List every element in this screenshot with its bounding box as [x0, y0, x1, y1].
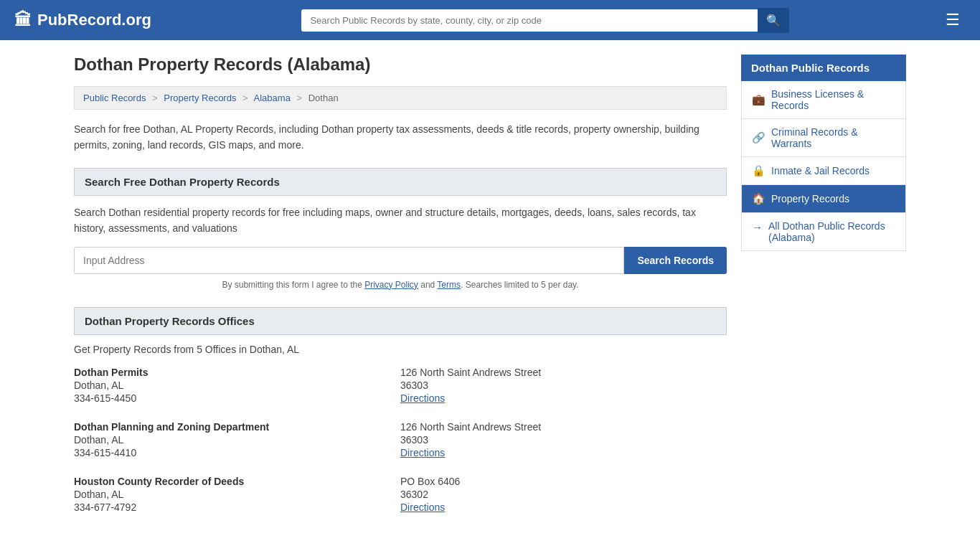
breadcrumb-current: Dothan [308, 93, 339, 103]
sidebar-item-property-records[interactable]: 🏠 Property Records [741, 185, 906, 213]
sidebar-all-records[interactable]: → All Dothan Public Records (Alabama) [741, 213, 906, 251]
content-area: Dothan Property Records (Alabama) Public… [74, 55, 727, 530]
menu-button[interactable]: ☰ [940, 8, 966, 32]
sidebar-item-label: Business Licenses & Records [771, 88, 895, 111]
office-directions: Directions [400, 501, 727, 513]
form-notice-text: By submitting this form I agree to the [222, 280, 364, 290]
office-directions: Directions [400, 392, 727, 404]
sidebar-item-label: Property Records [771, 193, 849, 204]
sidebar-item-business-licenses[interactable]: 💼 Business Licenses & Records [741, 81, 906, 119]
breadcrumb: Public Records > Property Records > Alab… [74, 86, 727, 110]
main-container: Dothan Property Records (Alabama) Public… [60, 40, 920, 545]
office-left: Dothan Permits Dothan, AL 334-615-4450 [74, 367, 400, 404]
home-icon: 🏠 [752, 192, 765, 205]
office-entry: Houston County Recorder of Deeds Dothan,… [74, 476, 727, 513]
search-icon: 🔍 [766, 14, 781, 27]
office-phone: 334-615-4450 [74, 392, 400, 404]
offices-section: Dothan Property Records Offices Get Prop… [74, 307, 727, 513]
sidebar-all-label: All Dothan Public Records (Alabama) [768, 220, 895, 243]
office-left: Dothan Planning and Zoning Department Do… [74, 421, 400, 458]
directions-link[interactable]: Directions [400, 501, 445, 513]
form-notice: By submitting this form I agree to the P… [74, 280, 727, 290]
header-search-input[interactable] [301, 9, 758, 32]
logo-text: PubRecord.org [37, 11, 151, 29]
sidebar-item-label: Criminal Records & Warrants [771, 126, 895, 149]
page-title: Dothan Property Records (Alabama) [74, 55, 727, 75]
office-city: Dothan, AL [74, 380, 400, 391]
office-right: 126 North Saint Andrews Street 36303 Dir… [400, 421, 727, 458]
arrow-right-icon: → [752, 221, 763, 233]
office-zip: 36302 [400, 489, 727, 500]
office-name: Houston County Recorder of Deeds [74, 476, 400, 487]
address-search-form: Search Records [74, 247, 727, 274]
office-zip: 36303 [400, 380, 727, 391]
logo-icon: 🏛 [14, 10, 32, 30]
header-search-button[interactable]: 🔍 [758, 8, 789, 33]
office-right: PO Box 6406 36302 Directions [400, 476, 727, 513]
office-name: Dothan Planning and Zoning Department [74, 421, 400, 433]
hamburger-icon: ☰ [946, 11, 960, 29]
office-left: Houston County Recorder of Deeds Dothan,… [74, 476, 400, 513]
search-records-button[interactable]: Search Records [624, 247, 727, 274]
breadcrumb-public-records[interactable]: Public Records [83, 93, 146, 103]
sidebar: Dothan Public Records 💼 Business License… [741, 55, 906, 530]
office-entry: Dothan Planning and Zoning Department Do… [74, 421, 727, 458]
office-city: Dothan, AL [74, 434, 400, 446]
office-phone: 334-677-4792 [74, 501, 400, 513]
sidebar-item-criminal-records[interactable]: 🔗 Criminal Records & Warrants [741, 119, 906, 157]
office-zip: 36303 [400, 434, 727, 446]
lock-icon: 🔒 [752, 164, 765, 177]
breadcrumb-property-records[interactable]: Property Records [164, 93, 236, 103]
terms-link[interactable]: Terms [437, 280, 461, 290]
office-address: PO Box 6406 [400, 476, 727, 487]
breadcrumb-alabama[interactable]: Alabama [254, 93, 291, 103]
briefcase-icon: 💼 [752, 93, 765, 106]
link-icon: 🔗 [752, 131, 765, 144]
address-input[interactable] [74, 247, 624, 274]
sidebar-item-inmate-records[interactable]: 🔒 Inmate & Jail Records [741, 157, 906, 185]
search-section-header: Search Free Dothan Property Records [74, 168, 727, 196]
sidebar-title: Dothan Public Records [741, 55, 906, 81]
privacy-policy-link[interactable]: Privacy Policy [364, 280, 418, 290]
directions-link[interactable]: Directions [400, 447, 445, 458]
directions-link[interactable]: Directions [400, 392, 445, 404]
breadcrumb-sep-2: > [242, 93, 248, 103]
office-right: 126 North Saint Andrews Street 36303 Dir… [400, 367, 727, 404]
office-phone: 334-615-4410 [74, 447, 400, 458]
office-city: Dothan, AL [74, 489, 400, 500]
office-directions: Directions [400, 447, 727, 458]
search-description: Search Dothan residential property recor… [74, 204, 727, 237]
office-address: 126 North Saint Andrews Street [400, 367, 727, 378]
breadcrumb-sep-3: > [297, 93, 303, 103]
office-entry: Dothan Permits Dothan, AL 334-615-4450 1… [74, 367, 727, 404]
office-address: 126 North Saint Andrews Street [400, 421, 727, 433]
notice-end: . Searches limited to 5 per day. [461, 280, 579, 290]
office-name: Dothan Permits [74, 367, 400, 378]
search-section: Search Free Dothan Property Records Sear… [74, 168, 727, 290]
offices-list: Dothan Permits Dothan, AL 334-615-4450 1… [74, 367, 727, 513]
site-logo[interactable]: 🏛 PubRecord.org [14, 10, 151, 30]
sidebar-item-label: Inmate & Jail Records [771, 165, 870, 176]
offices-section-header: Dothan Property Records Offices [74, 307, 727, 335]
header-search-area: 🔍 [301, 8, 789, 33]
breadcrumb-sep-1: > [152, 93, 158, 103]
site-header: 🏛 PubRecord.org 🔍 ☰ [0, 0, 980, 40]
page-description: Search for free Dothan, AL Property Reco… [74, 121, 727, 154]
and-text: and [418, 280, 437, 290]
offices-intro: Get Property Records from 5 Offices in D… [74, 344, 727, 355]
